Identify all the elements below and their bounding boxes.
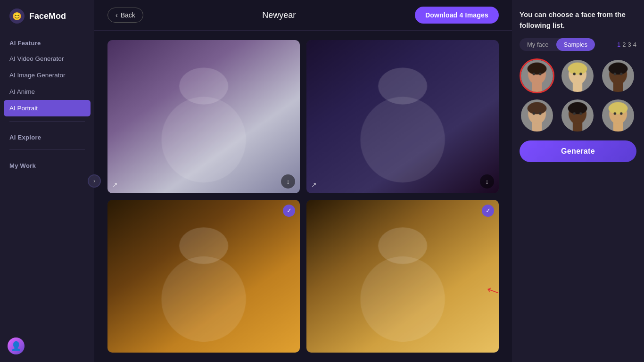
face-item-4[interactable] xyxy=(520,98,554,133)
main-content: ‹ Back Newyear Download 4 Images ↓ ↗ ↓ ↗… xyxy=(94,0,512,362)
back-label: Back xyxy=(121,11,135,19)
download-button[interactable]: Download 4 Images xyxy=(415,7,499,24)
image-card-2[interactable]: ↓ ↗ xyxy=(306,40,499,193)
check-badge-3: ✓ xyxy=(283,205,295,217)
tab-my-face[interactable]: My face xyxy=(520,38,556,51)
logo[interactable]: 😊 FaceMod xyxy=(0,0,94,32)
face-item-6[interactable] xyxy=(601,98,636,133)
image-card-4[interactable]: ✓ xyxy=(306,200,499,353)
panel-title: You can choose a face from the following… xyxy=(520,9,636,31)
face-item-5[interactable] xyxy=(560,98,595,133)
sidebar-item-label: AI Video Generator xyxy=(9,55,64,62)
image-card-1[interactable]: ↓ ↗ xyxy=(107,40,300,193)
image-grid: ↓ ↗ ↓ ↗ ✓ ✓ xyxy=(94,31,512,362)
check-badge-4: ✓ xyxy=(482,205,494,217)
tab-samples[interactable]: Samples xyxy=(556,38,595,51)
page-3[interactable]: 3 xyxy=(628,41,631,48)
sidebar-item-ai-video-generator[interactable]: AI Video Generator xyxy=(0,50,94,67)
download-icon-2[interactable]: ↓ xyxy=(480,174,494,189)
topbar: ‹ Back Newyear Download 4 Images xyxy=(94,0,512,31)
face-grid xyxy=(520,58,636,133)
face-item-1[interactable] xyxy=(520,58,554,93)
page-4[interactable]: 4 xyxy=(633,41,636,48)
section-ai-feature: AI Feature xyxy=(0,32,94,50)
avatar[interactable]: 👤 xyxy=(8,337,25,354)
face-item-3[interactable] xyxy=(601,58,636,93)
sidebar-item-label: AI Portrait xyxy=(9,105,38,112)
page-1[interactable]: 1 xyxy=(617,41,620,48)
face-item-2[interactable] xyxy=(560,58,595,93)
sidebar-collapse-button[interactable]: › xyxy=(88,174,101,188)
face-tabs: My face Samples 1 2 3 4 xyxy=(520,38,636,51)
page-title: Newyear xyxy=(262,10,296,20)
divider xyxy=(9,121,85,122)
expand-icon-2[interactable]: ↗ xyxy=(311,181,317,189)
section-my-work[interactable]: My Work xyxy=(0,155,94,173)
download-icon-1[interactable]: ↓ xyxy=(281,174,295,189)
sidebar-item-label: AI Anime xyxy=(9,88,35,95)
logo-text: FaceMod xyxy=(29,11,66,21)
page-2[interactable]: 2 xyxy=(622,41,626,48)
right-panel: You can choose a face from the following… xyxy=(512,0,644,362)
divider2 xyxy=(9,149,85,150)
sidebar: 😊 FaceMod AI Feature AI Video Generator … xyxy=(0,0,94,362)
generate-button[interactable]: Generate xyxy=(520,140,636,162)
sidebar-item-label: AI Image Generator xyxy=(9,72,66,79)
sidebar-item-ai-portrait[interactable]: AI Portrait xyxy=(4,100,91,116)
tab-group: My face Samples xyxy=(520,38,595,51)
logo-icon: 😊 xyxy=(9,8,25,24)
back-button[interactable]: ‹ Back xyxy=(107,8,143,23)
back-chevron-icon: ‹ xyxy=(116,11,118,19)
section-ai-explore: AI Explore xyxy=(0,126,94,145)
expand-icon-1[interactable]: ↗ xyxy=(112,181,118,189)
page-numbers: 1 2 3 4 xyxy=(617,41,636,48)
sidebar-item-ai-anime[interactable]: AI Anime xyxy=(0,83,94,100)
sidebar-item-ai-image-generator[interactable]: AI Image Generator xyxy=(0,67,94,83)
image-card-3[interactable]: ✓ xyxy=(107,200,300,353)
